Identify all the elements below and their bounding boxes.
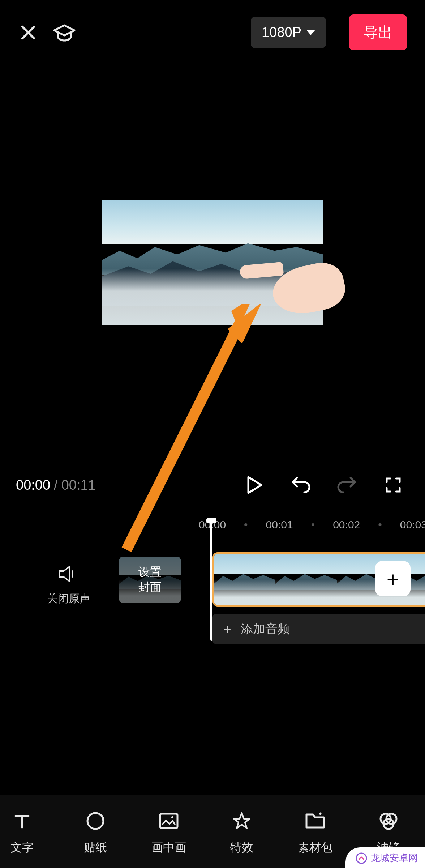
export-label: 导出 bbox=[364, 24, 392, 40]
tool-label: 特效 bbox=[230, 840, 253, 856]
graduation-cap-icon[interactable] bbox=[53, 22, 76, 43]
tool-text[interactable]: 文字 bbox=[0, 809, 59, 856]
ruler-tick: 00:02 bbox=[333, 519, 360, 531]
undo-button[interactable] bbox=[285, 469, 317, 501]
plus-icon: ＋ bbox=[383, 569, 403, 589]
play-button[interactable] bbox=[239, 469, 270, 501]
add-audio-track[interactable]: ＋ 添加音频 bbox=[212, 614, 425, 644]
hand-overlay bbox=[244, 244, 345, 316]
editor-header: 1080P 导出 bbox=[0, 0, 425, 61]
svg-point-5 bbox=[171, 816, 173, 818]
current-time: 00:00 bbox=[16, 477, 50, 493]
cover-label: 设置封面 bbox=[138, 565, 162, 595]
picture-in-picture-icon bbox=[158, 809, 180, 833]
mute-original-audio[interactable]: 关闭原声 bbox=[47, 564, 90, 606]
sticker-icon bbox=[85, 809, 106, 833]
speaker-icon bbox=[57, 564, 80, 584]
resolution-label: 1080P bbox=[262, 25, 301, 40]
ruler-dot: • bbox=[244, 519, 248, 531]
svg-point-9 bbox=[356, 853, 366, 863]
effects-icon bbox=[232, 809, 252, 833]
filter-icon bbox=[378, 809, 399, 833]
resolution-button[interactable]: 1080P bbox=[251, 17, 326, 48]
fullscreen-button[interactable] bbox=[377, 469, 409, 501]
redo-button[interactable] bbox=[331, 469, 363, 501]
plus-icon: ＋ bbox=[221, 621, 233, 637]
watermark-logo-icon bbox=[356, 852, 367, 864]
mute-label: 关闭原声 bbox=[47, 591, 90, 606]
tool-sticker[interactable]: 贴纸 bbox=[59, 809, 132, 856]
time-separator: / bbox=[54, 477, 58, 493]
ruler-dot: • bbox=[311, 519, 315, 531]
watermark-text: 龙城安卓网 bbox=[371, 852, 418, 864]
ruler-tick: 00:01 bbox=[266, 519, 293, 531]
ruler-dot: • bbox=[378, 519, 382, 531]
clip-thumbnail bbox=[275, 554, 337, 605]
tool-label: 画中画 bbox=[151, 840, 186, 856]
tool-pip[interactable]: 画中画 bbox=[132, 809, 205, 856]
export-button[interactable]: 导出 bbox=[349, 14, 407, 50]
ruler-tick: 00:03 bbox=[400, 519, 425, 531]
playback-controls: 00:00 / 00:11 bbox=[0, 458, 425, 512]
tool-label: 文字 bbox=[10, 840, 34, 856]
tool-effects[interactable]: 特效 bbox=[205, 809, 279, 856]
tracks: 关闭原声 设置封面 ＋ ＋ 添加音频 bbox=[0, 542, 425, 661]
watermark-badge: 龙城安卓网 bbox=[345, 847, 425, 868]
preview-frame bbox=[102, 200, 323, 325]
tool-assets[interactable]: 素材包 bbox=[279, 809, 352, 856]
set-cover-button[interactable]: 设置封面 bbox=[119, 557, 181, 603]
clip-thumbnail bbox=[214, 554, 275, 605]
tool-label: 素材包 bbox=[298, 840, 332, 856]
preview-canvas[interactable] bbox=[102, 65, 323, 458]
close-icon[interactable] bbox=[18, 22, 38, 43]
chevron-down-icon bbox=[306, 30, 315, 35]
total-time: 00:11 bbox=[61, 477, 96, 493]
add-audio-label: 添加音频 bbox=[241, 621, 290, 637]
timeline: 00:00 • 00:01 • 00:02 • 00:03 关闭原声 设置封面 bbox=[0, 512, 425, 661]
svg-rect-4 bbox=[160, 814, 177, 828]
text-icon bbox=[13, 809, 31, 833]
folder-icon bbox=[304, 809, 326, 833]
add-clip-button[interactable]: ＋ bbox=[375, 561, 411, 596]
tool-label: 贴纸 bbox=[84, 840, 107, 856]
playhead[interactable] bbox=[210, 521, 212, 641]
